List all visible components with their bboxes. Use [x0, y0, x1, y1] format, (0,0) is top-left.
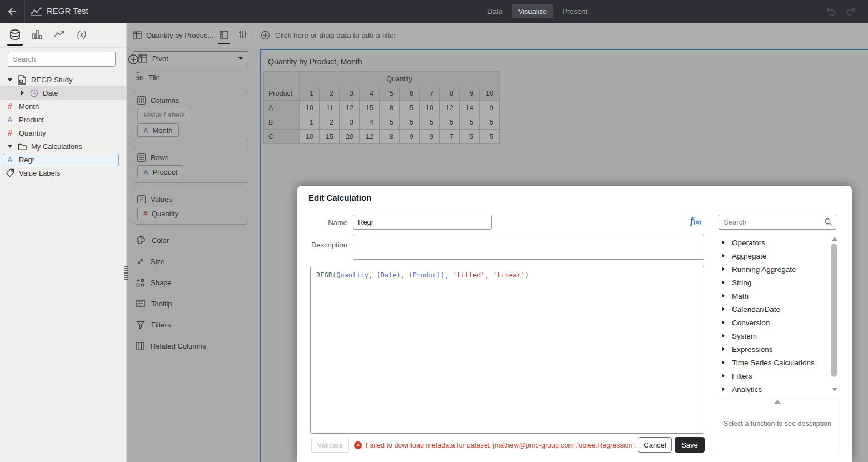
- error-icon: ✕: [354, 441, 362, 449]
- clock-date-icon: [29, 89, 38, 97]
- data-tab-icon[interactable]: [8, 29, 22, 46]
- back-arrow-icon: [7, 7, 17, 17]
- caret-down-icon[interactable]: [8, 78, 12, 81]
- category-expressions[interactable]: Expressions: [719, 342, 830, 356]
- tab-data[interactable]: Data: [481, 4, 508, 18]
- category-conversion[interactable]: Conversion: [719, 316, 830, 329]
- description-label: Description: [308, 241, 347, 249]
- tree-item-regr-study[interactable]: REGR Study: [0, 73, 126, 86]
- search-icon: [824, 218, 832, 226]
- tree-item-date[interactable]: Date: [0, 86, 126, 100]
- function-description-box: Select a function to see description: [719, 396, 836, 453]
- save-button[interactable]: Save: [675, 437, 705, 453]
- workbook-chart-icon: [31, 6, 42, 17]
- panel-nav-strip: (x): [0, 23, 126, 48]
- category-operators[interactable]: Operators: [719, 236, 830, 249]
- app-root: REGR Test Data Visualize Present: [0, 0, 868, 462]
- description-placeholder: Select a function to see description: [724, 420, 831, 428]
- fx-icon[interactable]: f(x): [690, 215, 701, 227]
- caret-right-icon[interactable]: [21, 91, 24, 95]
- data-panel: (x) REGR Study: [0, 23, 127, 462]
- tree-item-product[interactable]: A Product: [0, 113, 126, 126]
- description-input[interactable]: [353, 235, 704, 260]
- function-category-list: Operators Aggregate Running Aggregate St…: [719, 236, 830, 393]
- function-list-scrollbar[interactable]: [831, 236, 837, 393]
- category-math[interactable]: Math: [719, 289, 830, 302]
- panel-resize-handle[interactable]: [124, 266, 128, 281]
- cancel-button[interactable]: Cancel: [638, 437, 672, 453]
- caret-down-icon[interactable]: [8, 145, 12, 148]
- tag-icon: [6, 168, 14, 177]
- calculations-fx-tab-icon[interactable]: (x): [74, 29, 89, 46]
- text-attribute-icon: A: [6, 156, 14, 164]
- back-button[interactable]: [0, 0, 25, 23]
- undo-icon[interactable]: [825, 6, 836, 16]
- scrollbar-thumb[interactable]: [831, 244, 837, 377]
- mode-tabs: Data Visualize Present: [481, 4, 593, 18]
- visualizations-tab-icon[interactable]: [30, 29, 44, 46]
- analytics-tab-icon[interactable]: [52, 29, 67, 46]
- category-calendar-date[interactable]: Calendar/Date: [719, 302, 830, 316]
- edit-calculation-dialog: Edit Calculation Name f(x) Description R…: [297, 186, 852, 462]
- tree-item-value-labels[interactable]: Value Labels: [0, 166, 126, 180]
- error-text: Failed to download metadata for dataset …: [366, 441, 636, 449]
- category-time-series[interactable]: Time Series Calculations: [719, 356, 830, 369]
- validate-button[interactable]: Validate: [311, 438, 349, 453]
- topbar: REGR Test Data Visualize Present: [0, 0, 868, 23]
- redo-icon[interactable]: [846, 6, 857, 16]
- error-message-row: ✕ Failed to download metadata for datase…: [354, 438, 636, 453]
- function-search-input[interactable]: [719, 215, 836, 230]
- scroll-down-arrow[interactable]: [832, 388, 837, 391]
- folder-icon: [18, 142, 27, 151]
- data-search-input[interactable]: [8, 52, 116, 67]
- formula-editor[interactable]: REGR(Quantity, (Date), (Product), 'fitte…: [310, 266, 704, 434]
- tab-visualize[interactable]: Visualize: [512, 4, 553, 18]
- category-filters[interactable]: Filters: [719, 369, 830, 382]
- data-tree: REGR Study Date # Month A Product # Quan…: [0, 73, 126, 180]
- scroll-up-arrow[interactable]: [832, 237, 837, 241]
- category-analytics[interactable]: Analytics: [719, 382, 830, 393]
- tree-item-my-calculations[interactable]: My Calculations: [0, 140, 126, 153]
- tree-item-regr[interactable]: A Regr: [0, 153, 126, 166]
- category-aggregate[interactable]: Aggregate: [719, 249, 830, 262]
- category-running-aggregate[interactable]: Running Aggregate: [719, 262, 830, 276]
- workbook-title: REGR Test: [47, 6, 88, 16]
- category-string[interactable]: String: [719, 276, 830, 289]
- tab-present[interactable]: Present: [556, 4, 593, 18]
- tree-item-month[interactable]: # Month: [0, 100, 126, 113]
- tree-item-quantity[interactable]: # Quantity: [0, 126, 126, 140]
- name-input[interactable]: [353, 215, 492, 230]
- dialog-title: Edit Calculation: [308, 193, 371, 202]
- number-attribute-icon: #: [6, 102, 14, 111]
- collapse-up-icon[interactable]: [774, 400, 781, 404]
- number-attribute-icon: #: [6, 128, 14, 137]
- text-attribute-icon: A: [6, 116, 14, 124]
- category-system[interactable]: System: [719, 329, 830, 342]
- name-label: Name: [308, 218, 347, 227]
- dataset-icon: [18, 75, 27, 85]
